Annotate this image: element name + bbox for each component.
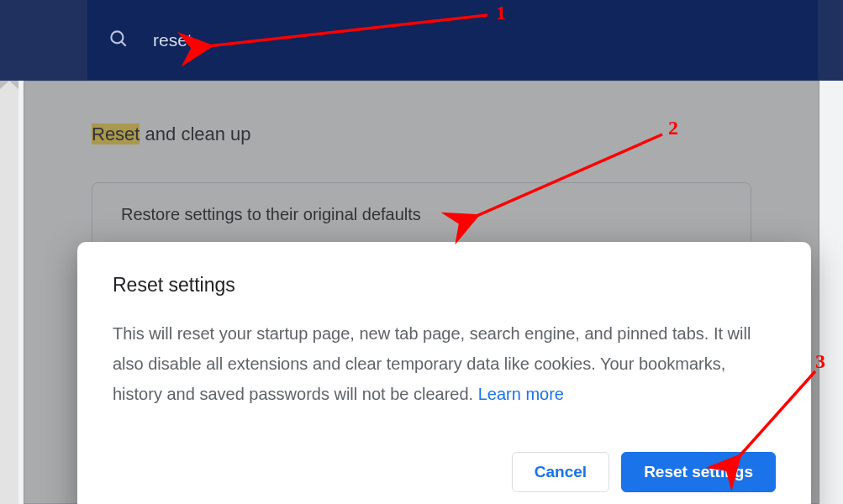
- learn-more-link[interactable]: Learn more: [478, 385, 564, 403]
- search-input[interactable]: [153, 30, 405, 50]
- section-title-highlight: Reset: [92, 123, 140, 144]
- restore-defaults-label: Restore settings to their original defau…: [121, 205, 421, 223]
- collapsed-sidebar[interactable]: [0, 81, 18, 504]
- search-bar[interactable]: [87, 0, 818, 80]
- reset-settings-dialog: Reset settings This will reset your star…: [77, 242, 811, 504]
- section-title: Reset and clean up: [92, 123, 751, 145]
- svg-point-0: [111, 31, 123, 43]
- dialog-title: Reset settings: [113, 274, 776, 297]
- dialog-body-text: This will reset your startup page, new t…: [113, 324, 751, 403]
- restore-defaults-row[interactable]: Restore settings to their original defau…: [92, 182, 751, 247]
- svg-line-1: [121, 41, 125, 45]
- dialog-body: This will reset your startup page, new t…: [113, 318, 776, 409]
- cancel-button[interactable]: Cancel: [512, 452, 609, 492]
- dialog-actions: Cancel Reset settings: [113, 452, 776, 496]
- settings-header: [0, 0, 843, 81]
- search-icon: [108, 28, 129, 53]
- reset-settings-button[interactable]: Reset settings: [621, 452, 776, 492]
- section-title-rest: and clean up: [140, 123, 250, 144]
